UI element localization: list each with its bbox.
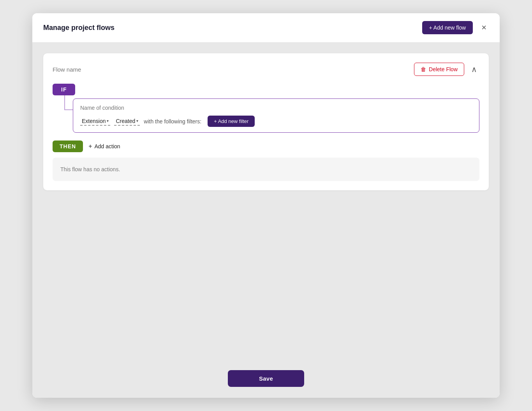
flow-card-actions: Delete Flow ∧ bbox=[414, 63, 479, 76]
then-section: THEN + Add action This flow has no actio… bbox=[53, 141, 479, 181]
created-filter-label: Created bbox=[116, 118, 135, 124]
filter-separator-text: with the following filters: bbox=[144, 118, 201, 125]
tree-line-h bbox=[64, 109, 73, 110]
close-button[interactable]: × bbox=[479, 23, 489, 33]
no-actions-box: This flow has no actions. bbox=[53, 158, 479, 181]
delete-flow-label: Delete Flow bbox=[429, 66, 458, 72]
add-filter-button[interactable]: + Add new filter bbox=[208, 116, 255, 127]
add-action-label: Add action bbox=[94, 143, 120, 149]
tree-connector bbox=[60, 95, 73, 133]
extension-filter-label: Extension bbox=[82, 118, 106, 124]
modal-footer: Save bbox=[32, 362, 500, 398]
flow-name-input[interactable] bbox=[53, 66, 414, 73]
modal-body: Delete Flow ∧ IF bbox=[32, 42, 500, 362]
modal-header: Manage project flows + Add new flow × bbox=[32, 13, 500, 42]
delete-flow-button[interactable]: Delete Flow bbox=[414, 63, 464, 76]
header-right: + Add new flow × bbox=[422, 21, 489, 34]
condition-name-input[interactable] bbox=[80, 105, 472, 111]
extension-chevron-icon: ▾ bbox=[107, 119, 109, 123]
condition-box: Extension ▾ Created ▾ with the following… bbox=[73, 98, 479, 133]
extension-filter-button[interactable]: Extension ▾ bbox=[80, 117, 110, 126]
created-chevron-icon: ▾ bbox=[136, 119, 138, 123]
flow-card-header: Delete Flow ∧ bbox=[53, 63, 479, 76]
plus-icon: + bbox=[88, 143, 92, 150]
trash-icon bbox=[421, 66, 426, 72]
then-row: THEN + Add action bbox=[53, 141, 479, 152]
condition-filters-row: Extension ▾ Created ▾ with the following… bbox=[80, 116, 472, 127]
modal-title: Manage project flows bbox=[43, 24, 115, 32]
save-button[interactable]: Save bbox=[228, 370, 304, 387]
flow-card: Delete Flow ∧ IF bbox=[43, 53, 489, 190]
collapse-button[interactable]: ∧ bbox=[469, 63, 479, 76]
add-action-button[interactable]: + Add action bbox=[88, 143, 120, 150]
no-actions-text: This flow has no actions. bbox=[60, 166, 120, 172]
created-filter-button[interactable]: Created ▾ bbox=[114, 117, 140, 126]
add-new-flow-button[interactable]: + Add new flow bbox=[422, 21, 473, 34]
modal: Manage project flows + Add new flow × De… bbox=[32, 13, 500, 398]
condition-tree: Extension ▾ Created ▾ with the following… bbox=[53, 95, 479, 133]
tree-line-v bbox=[64, 95, 65, 109]
if-badge: IF bbox=[53, 84, 75, 95]
if-section: IF Extension ▾ bbox=[53, 84, 479, 133]
then-badge: THEN bbox=[53, 141, 83, 152]
